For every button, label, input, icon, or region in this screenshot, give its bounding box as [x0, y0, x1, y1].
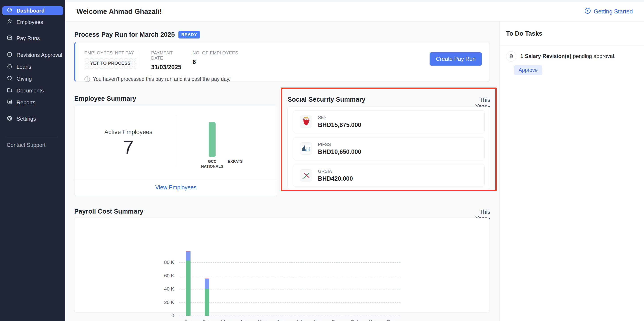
todo-panel: To Do Tasks 1 Salary Revision(s) pending… [500, 22, 644, 321]
create-pay-run-button[interactable]: Create Pay Run [430, 52, 482, 66]
chart-gridline [179, 289, 400, 289]
chart-bar-segment-pink-segment [204, 278, 209, 279]
welcome-title: Welcome Ahmad Ghazali! [76, 8, 162, 16]
view-employees-link[interactable]: View Employees [75, 184, 277, 191]
employee-chart-category-label: EXPATS [221, 159, 250, 164]
sidebar-item-loans[interactable]: Loans [0, 63, 65, 71]
bar-logo-icon [300, 142, 312, 155]
coins-icon [506, 51, 516, 62]
sidebar: Dashboard Employees Pay Runs Revisions A… [0, 0, 65, 321]
documents-icon [7, 87, 12, 94]
todo-task-text: 1 Salary Revision(s) pending approval. [520, 51, 616, 62]
sidebar-item-revisions-approval[interactable]: Revisions Approval [0, 51, 65, 60]
chart-month-label: Sep 2025 [327, 319, 345, 321]
ss-amount: BHD420.000 [318, 175, 353, 182]
ss-amount: BHD15,875.000 [318, 122, 361, 129]
sidebar-item-documents[interactable]: Documents [0, 86, 65, 95]
chart-gridline [179, 276, 400, 276]
chart-gridline [179, 262, 400, 263]
chart-bar-segment-blue-segment [204, 279, 209, 289]
chart-ytick-label: 20 K [154, 299, 174, 305]
chart-gridline [179, 302, 400, 303]
sidebar-item-pay-runs[interactable]: Pay Runs [0, 34, 65, 43]
sidebar-item-dashboard[interactable]: Dashboard [2, 6, 63, 15]
approve-button[interactable]: Approve [514, 65, 542, 75]
chart-month-label: Jan 2025 [179, 319, 198, 321]
chart-month-label: Aug 2025 [308, 319, 327, 321]
swoosh-logo-icon [300, 169, 312, 182]
ss-row-pifss[interactable]: PIFSS BHD10,650.000 [293, 137, 484, 160]
payrun-section-title: Process Pay Run for March 2025READY [74, 31, 200, 39]
chart-month-label: Mar 2025 [216, 319, 234, 321]
giving-icon [7, 75, 12, 82]
dashboard-icon [7, 7, 12, 14]
chart-bar-segment-green-segment [204, 289, 209, 316]
chart-bar-segment-pink-segment [186, 251, 190, 251]
stats-divider [138, 50, 138, 67]
chart-bar-segment-blue-segment [186, 251, 190, 260]
payroll-app: Dashboard Employees Pay Runs Revisions A… [0, 0, 644, 321]
social-security-title: Social Security Summary [288, 96, 366, 103]
active-employees-count: 7 [102, 136, 155, 158]
chart-month-label: Dec 2025 [382, 319, 401, 321]
employee-card-footer-divider [75, 180, 277, 180]
chart-month-label: Jun 2025 [272, 319, 290, 321]
sidebar-item-label: Pay Runs [16, 35, 40, 42]
chart-month-label: Oct 2025 [345, 319, 364, 321]
reports-icon [7, 99, 12, 106]
chart-bar-segment-green-segment [186, 260, 190, 316]
sidebar-item-label: Loans [16, 64, 31, 70]
social-security-card: SIO BHD15,875.000 [288, 107, 490, 189]
pay-runs-icon [7, 35, 12, 42]
payrun-card: EMPLOYEES' NET PAY YET TO PROCESS PAYMEN… [74, 42, 490, 82]
settings-icon [7, 115, 12, 122]
chart-month-label: Jul 2025 [290, 319, 308, 321]
chart-gridline [179, 316, 400, 316]
payroll-cost-title: Payroll Cost Summary [74, 208, 143, 215]
sidebar-item-label: Reports [16, 99, 35, 106]
ready-status-badge: READY [178, 31, 200, 39]
net-pay-value-chip: YET TO PROCESS [84, 58, 136, 69]
loans-icon [7, 63, 12, 71]
top-strip [65, 0, 644, 2]
payroll-chart-card: 020 K40 K60 K80 KJan 2025Feb 2025Mar 202… [74, 218, 490, 312]
employee-card-divider [176, 115, 176, 165]
chart-month-label: Apr 2025 [234, 319, 253, 321]
sidebar-item-label: Employees [16, 19, 43, 25]
sidebar-item-employees[interactable]: Employees [0, 18, 65, 27]
active-employees-label: Active Employees [102, 129, 155, 136]
todo-item: 1 Salary Revision(s) pending approval. [500, 46, 644, 62]
sidebar-item-label: Documents [16, 88, 44, 94]
sidebar-item-label: Settings [16, 116, 36, 122]
sidebar-divider [7, 137, 58, 137]
ss-amount: BHD10,650.000 [318, 148, 361, 155]
payrun-info: ⓘ You haven't processed this pay run and… [84, 76, 480, 82]
chart-ytick-label: 60 K [154, 273, 174, 279]
page-header: Welcome Ahmad Ghazali! Getting Started [65, 2, 644, 22]
employee-chart-bar [209, 122, 216, 157]
info-icon: ⓘ [84, 76, 90, 82]
ss-row-grsia[interactable]: GRSIA BHD420.000 [293, 164, 484, 187]
employees-icon [7, 19, 12, 26]
sidebar-item-label: Giving [16, 76, 32, 82]
payment-date-stat: PAYMENT DATE 31/03/2025 [151, 50, 180, 71]
revisions-approval-icon [7, 52, 12, 59]
employee-count-stat: NO. OF EMPLOYEES 6 [192, 50, 238, 66]
net-pay-stat: EMPLOYEES' NET PAY YET TO PROCESS [84, 50, 138, 69]
todo-title: To Do Tasks [506, 30, 644, 37]
getting-started-link[interactable]: Getting Started [584, 8, 633, 16]
sidebar-item-reports[interactable]: Reports [0, 98, 65, 107]
chart-ytick-label: 0 [154, 313, 174, 318]
contact-support-link[interactable]: Contact Support [0, 142, 65, 148]
sidebar-item-giving[interactable]: Giving [0, 74, 65, 83]
employee-summary-title: Employee Summary [74, 95, 136, 102]
employee-summary-card: Active Employees 7 View Employees GCC NA… [74, 105, 277, 196]
sidebar-item-label: Dashboard [16, 8, 44, 14]
sidebar-item-settings[interactable]: Settings [0, 114, 65, 123]
play-icon [584, 8, 591, 16]
ss-row-sio[interactable]: SIO BHD15,875.000 [293, 110, 484, 133]
sidebar-item-label: Revisions Approval [16, 52, 62, 58]
chart-month-label: Nov 2025 [364, 319, 382, 321]
chart-month-label: May 2025 [253, 319, 272, 321]
main-content: Process Pay Run for March 2025READY EMPL… [65, 22, 500, 321]
